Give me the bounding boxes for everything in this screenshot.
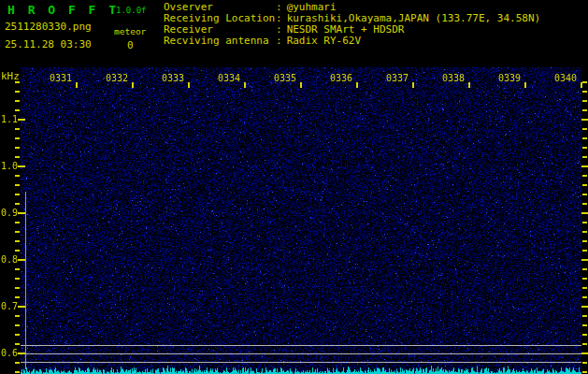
minor-tick-left xyxy=(15,287,20,289)
minute-tick-mark xyxy=(412,82,414,88)
minor-tick-right xyxy=(582,100,587,102)
x-axis-time-label: 0334 xyxy=(218,73,240,83)
minor-tick-left xyxy=(15,175,20,177)
marker-line xyxy=(21,353,581,354)
major-tick-right xyxy=(581,306,588,308)
minor-tick-right xyxy=(582,362,587,364)
minor-tick-left xyxy=(15,81,20,83)
minor-tick-right xyxy=(582,137,587,139)
minor-tick-left xyxy=(15,147,20,149)
minor-tick-left xyxy=(15,296,20,298)
minute-tick-mark xyxy=(356,82,358,88)
marker-line xyxy=(21,362,581,363)
y-axis-frequency-label: 0.9 xyxy=(0,208,18,218)
x-axis-time-label: 0336 xyxy=(330,73,352,83)
minor-tick-left xyxy=(15,324,20,326)
y-axis-frequency-label: 1.0 xyxy=(0,161,18,171)
minor-tick-left xyxy=(15,231,20,233)
x-axis-time-label: 0333 xyxy=(162,73,184,83)
major-tick-right xyxy=(581,259,588,261)
minor-tick-left xyxy=(15,278,20,280)
x-axis-time-label: 0332 xyxy=(106,73,128,83)
minor-tick-left xyxy=(15,334,20,336)
minute-tick-mark xyxy=(524,82,526,88)
minor-tick-right xyxy=(582,324,587,326)
major-tick-left xyxy=(18,119,25,121)
info-row: Recviving antenna:Radix RY-62V xyxy=(164,36,540,47)
info-separator: : xyxy=(276,36,282,47)
minor-tick-left xyxy=(15,194,20,195)
major-tick-left xyxy=(18,212,25,214)
meteor-counter-value: 0 xyxy=(127,39,134,51)
minute-tick-mark xyxy=(76,82,78,88)
major-tick-right xyxy=(581,119,588,121)
minor-tick-right xyxy=(582,334,587,336)
minute-tick-mark xyxy=(300,82,302,88)
meteor-counter-label: meteor xyxy=(114,26,146,36)
station-info-block: Ovserver:@yuhmariReceiving Location:kura… xyxy=(164,2,540,47)
minor-tick-right xyxy=(582,128,587,130)
level-scale-bar xyxy=(25,192,26,369)
minor-tick-left xyxy=(15,137,20,139)
info-value: Radix RY-62V xyxy=(287,36,361,47)
minor-tick-right xyxy=(582,194,587,195)
minor-tick-left xyxy=(15,371,20,373)
hrofft-screen: H R O F F T 1.0.0f 2511280330.png meteor… xyxy=(0,0,588,374)
minute-tick-mark xyxy=(244,82,246,88)
minor-tick-left xyxy=(15,91,20,93)
major-tick-left xyxy=(18,165,25,167)
minor-tick-right xyxy=(582,268,587,270)
minor-tick-right xyxy=(582,240,587,242)
minor-tick-right xyxy=(582,147,587,149)
minor-tick-right xyxy=(582,91,587,93)
minor-tick-right xyxy=(582,222,587,223)
major-tick-left xyxy=(18,259,25,261)
minor-tick-right xyxy=(582,109,587,111)
major-tick-left xyxy=(18,352,25,354)
minor-tick-left xyxy=(15,203,20,205)
minute-tick-mark xyxy=(188,82,190,88)
x-axis-time-label: 0335 xyxy=(274,73,296,83)
minor-tick-left xyxy=(15,128,20,130)
output-filename: 2511280330.png xyxy=(5,21,92,33)
spectrogram xyxy=(21,67,581,374)
major-tick-right xyxy=(581,352,588,354)
x-axis-time-label: 0331 xyxy=(50,73,72,83)
marker-line xyxy=(21,345,581,346)
x-axis-time-label: 0339 xyxy=(498,73,521,83)
app-version: 1.0.0f xyxy=(116,6,147,15)
minor-tick-left xyxy=(15,268,20,270)
y-axis-frequency-label: 0.7 xyxy=(0,301,18,311)
info-label: Recviving antenna xyxy=(164,36,276,47)
y-axis-frequency-label: 1.1 xyxy=(0,114,18,124)
minor-tick-right xyxy=(582,231,587,233)
minor-tick-left xyxy=(15,250,20,252)
minor-tick-left xyxy=(15,362,20,364)
minor-tick-right xyxy=(582,296,587,298)
minor-tick-left xyxy=(15,222,20,223)
minor-tick-right xyxy=(582,81,587,83)
x-axis-time-label: 0338 xyxy=(442,73,465,83)
minor-tick-right xyxy=(582,203,587,205)
minor-tick-left xyxy=(15,100,20,102)
minute-tick-mark xyxy=(132,82,134,88)
minute-tick-mark xyxy=(468,82,470,88)
major-tick-left xyxy=(18,306,25,308)
minor-tick-left xyxy=(15,240,20,242)
minor-tick-left xyxy=(15,343,20,345)
minor-tick-right xyxy=(582,184,587,186)
minor-tick-right xyxy=(582,287,587,289)
minor-tick-left xyxy=(15,184,20,186)
minor-tick-right xyxy=(582,156,587,158)
minor-tick-left xyxy=(15,156,20,158)
minor-tick-right xyxy=(582,175,587,177)
minor-tick-left xyxy=(15,315,20,317)
minor-tick-left xyxy=(15,109,20,111)
app-title: H R O F F T xyxy=(7,3,119,17)
minor-tick-right xyxy=(582,278,587,280)
y-axis-frequency-label: 0.6 xyxy=(0,348,18,358)
minor-tick-right xyxy=(582,250,587,252)
observation-datetime: 25.11.28 03:30 xyxy=(5,38,92,50)
minor-tick-right xyxy=(582,371,587,373)
major-tick-right xyxy=(581,212,588,214)
